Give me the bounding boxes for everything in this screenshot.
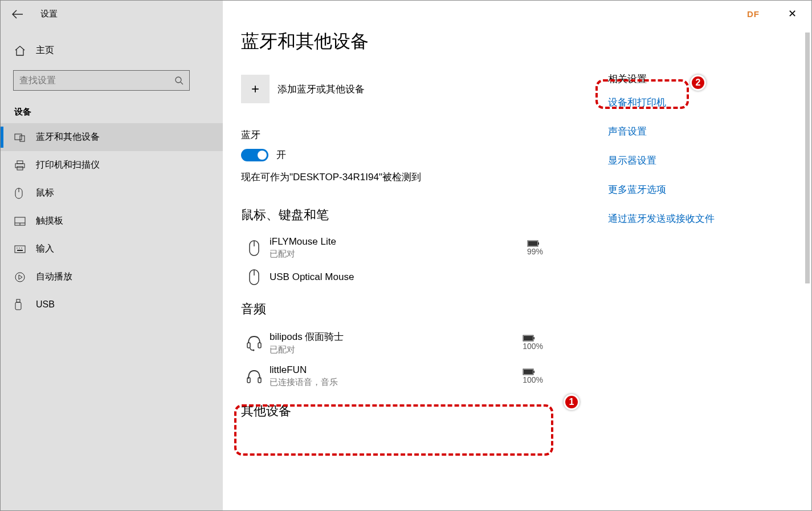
usb-icon (14, 299, 26, 310)
mouse-icon (242, 269, 266, 286)
group-title-audio: 音频 (241, 301, 606, 318)
main-content: DF ✕ 蓝牙和其他设备 + 添加蓝牙或其他设备 蓝牙 开 现在可作为"DESK… (223, 1, 811, 510)
annotation-2-badge: 2 (690, 75, 706, 91)
svg-rect-1 (15, 134, 22, 140)
nav-autoplay[interactable]: 自动播放 (1, 263, 223, 291)
svg-rect-18 (15, 302, 21, 310)
mouse-icon (242, 240, 266, 257)
svg-point-0 (176, 77, 181, 83)
device-usb-mouse[interactable]: USB Optical Mouse (241, 264, 549, 290)
mouse-icon (14, 188, 26, 199)
svg-rect-31 (524, 336, 533, 340)
page-title: 蓝牙和其他设备 (241, 29, 606, 54)
add-device-label: 添加蓝牙或其他设备 (278, 83, 365, 96)
device-status: 已连接语音，音乐 (270, 377, 523, 388)
close-icon[interactable]: ✕ (782, 5, 802, 22)
headphones-icon (242, 368, 266, 384)
nav-label: 鼠标 (36, 187, 54, 199)
svg-point-28 (253, 350, 255, 351)
keyboard-icon (14, 245, 26, 253)
group-title-other: 其他设备 (241, 403, 606, 420)
svg-rect-30 (533, 337, 534, 339)
account-badge[interactable]: DF (747, 9, 760, 19)
link-devices-printers[interactable]: 设备和打印机 (608, 96, 715, 109)
svg-rect-22 (538, 242, 539, 245)
autoplay-icon (14, 271, 26, 283)
nav-label: 蓝牙和其他设备 (36, 131, 100, 143)
svg-rect-17 (17, 299, 20, 302)
battery-icon (523, 335, 543, 342)
device-name: littleFUN (270, 364, 523, 376)
battery-percent: 100% (523, 375, 543, 384)
svg-rect-3 (17, 161, 23, 164)
devices-icon (14, 133, 26, 142)
nav-mouse[interactable]: 鼠标 (1, 179, 223, 207)
add-device-button[interactable]: + 添加蓝牙或其他设备 (241, 75, 606, 103)
nav-label: USB (36, 299, 55, 310)
svg-rect-26 (247, 343, 250, 348)
svg-point-16 (15, 273, 25, 282)
link-display[interactable]: 显示器设置 (608, 154, 715, 167)
nav-label: 自动播放 (36, 271, 72, 283)
svg-rect-23 (528, 241, 537, 246)
device-bilipods[interactable]: bilipods 假面骑士 已配对 100% (241, 326, 549, 360)
toggle-state: 开 (276, 148, 286, 161)
search-input-wrapper[interactable] (13, 70, 190, 91)
nav-printers[interactable]: 打印机和扫描仪 (1, 151, 223, 179)
svg-rect-15 (17, 250, 23, 251)
sidebar: 设置 主页 设备 蓝牙和其他设备 打印机和扫描仪 鼠标 (1, 1, 223, 510)
nav-bluetooth[interactable]: 蓝牙和其他设备 (1, 123, 223, 151)
device-iflymouse[interactable]: iFLYMouse Lite 已配对 99% (241, 232, 549, 264)
battery-percent: 99% (527, 247, 543, 256)
battery-percent: 100% (523, 342, 543, 351)
svg-rect-27 (258, 343, 261, 348)
search-input[interactable] (19, 75, 174, 86)
link-sound[interactable]: 声音设置 (608, 125, 715, 138)
device-littlefun[interactable]: littleFUN 已连接语音，音乐 100% (241, 360, 549, 392)
annotation-1-badge: 1 (564, 394, 580, 410)
svg-rect-2 (20, 136, 25, 141)
discoverable-text: 现在可作为"DESKTOP-34R1I94"被检测到 (241, 171, 606, 184)
touchpad-icon (14, 217, 26, 226)
bluetooth-label: 蓝牙 (241, 128, 606, 141)
group-title-input: 鼠标、键盘和笔 (241, 206, 606, 224)
link-more-bluetooth[interactable]: 更多蓝牙选项 (608, 183, 715, 196)
svg-point-14 (21, 248, 22, 249)
printer-icon (14, 160, 26, 171)
svg-point-13 (19, 248, 20, 249)
device-status: 已配对 (270, 344, 523, 355)
svg-rect-35 (533, 371, 534, 373)
device-status: 已配对 (270, 249, 527, 259)
window-title: 设置 (40, 9, 58, 19)
device-name: USB Optical Mouse (270, 271, 543, 283)
device-name: iFLYMouse Lite (270, 236, 527, 248)
link-bluetooth-transfer[interactable]: 通过蓝牙发送或接收文件 (608, 212, 715, 225)
battery-icon (523, 368, 543, 375)
home-icon (14, 46, 26, 56)
search-icon (174, 76, 183, 85)
bluetooth-toggle[interactable] (241, 149, 268, 161)
home-label: 主页 (36, 44, 54, 56)
svg-rect-5 (17, 167, 23, 170)
svg-rect-4 (15, 164, 25, 168)
svg-point-12 (17, 248, 18, 249)
nav-label: 触摸板 (36, 215, 63, 227)
nav-touchpad[interactable]: 触摸板 (1, 207, 223, 235)
nav-typing[interactable]: 输入 (1, 235, 223, 263)
svg-rect-36 (524, 370, 533, 374)
battery-icon (527, 240, 543, 247)
svg-rect-11 (15, 246, 25, 253)
back-arrow-icon[interactable] (12, 10, 23, 19)
headset-icon (242, 334, 266, 351)
nav-label: 输入 (36, 243, 54, 255)
nav-label: 打印机和扫描仪 (36, 159, 100, 171)
category-title: 设备 (1, 95, 223, 123)
device-name: bilipods 假面骑士 (270, 330, 523, 343)
plus-icon: + (241, 75, 270, 103)
nav-usb[interactable]: USB (1, 291, 223, 318)
home-nav[interactable]: 主页 (1, 39, 223, 62)
scrollbar[interactable] (805, 33, 810, 283)
